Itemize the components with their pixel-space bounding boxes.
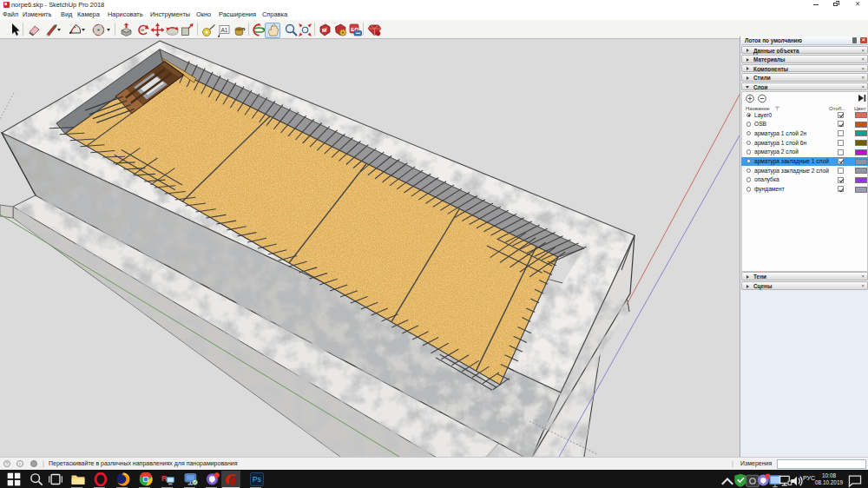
svg-text:A1: A1 — [221, 27, 228, 33]
svg-text:Ps: Ps — [253, 475, 261, 484]
svg-text:M: M — [322, 28, 326, 33]
